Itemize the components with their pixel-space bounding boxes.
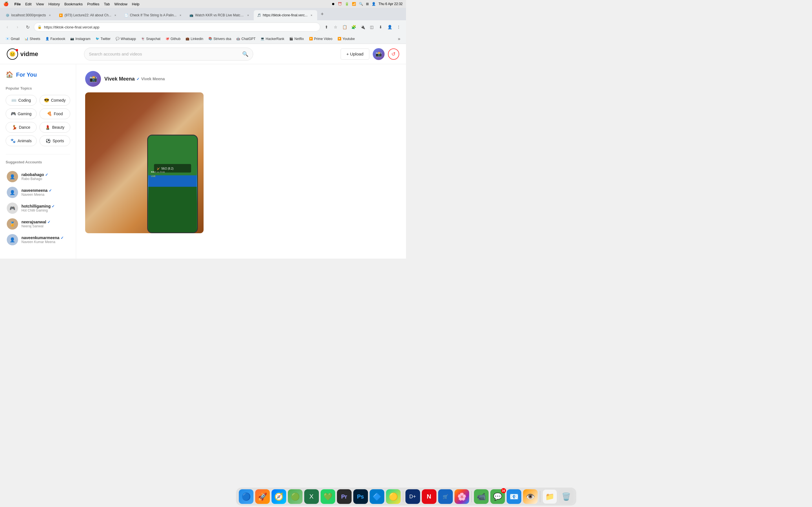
svg-text:🏏 56/2 (8.2): 🏏 56/2 (8.2) [157, 167, 173, 170]
bookmark-label-youtube: Youtube [343, 37, 355, 41]
tab-close-1[interactable]: × [48, 13, 52, 17]
menubar-icon-search[interactable]: 🔍 [359, 2, 363, 6]
bookmarks-bar: 📧 Gmail 📊 Sheets 👤 Facebook 📷 Instagram … [0, 34, 406, 44]
bookmark-favicon-whatsapp: 💬 [116, 37, 119, 41]
bookmark-strivers[interactable]: 📚 Strivers dsa [206, 36, 234, 42]
bookmark-snapchat[interactable]: 👻 Snapchat [139, 36, 163, 42]
account-item-naveenmeena[interactable]: 👤 naveenmeena ✓ Naveen Meena [6, 184, 70, 200]
extension-icon[interactable]: 🧩 [350, 23, 357, 31]
address-bar[interactable]: 🔒 https://tiktok-clone-final.vercel.app [34, 22, 320, 32]
topic-chip-coding[interactable]: ⌨️ Coding [6, 95, 37, 106]
browser-tab-3[interactable]: 📄 Check If The String Is A Palin... × [121, 10, 186, 20]
bookmark-button[interactable]: ☆ [332, 23, 340, 31]
sidebar-toggle-button[interactable]: ◫ [368, 23, 375, 31]
new-tab-button[interactable]: + [318, 10, 326, 18]
menubar-icon-user[interactable]: 👤 [371, 2, 376, 6]
menu-file[interactable]: Edit [25, 2, 31, 6]
tab-bar: ⚙️ localhost:3000/projects × ▶️ (973) Le… [0, 8, 406, 20]
menu-profiles[interactable]: Tab [104, 2, 110, 6]
topic-chip-food[interactable]: 🍕 Food [40, 108, 70, 119]
refresh-button[interactable]: ↺ [388, 48, 399, 60]
bookmark-favicon-sheets: 📊 [24, 37, 29, 41]
post-author-name: Vivek Meena ✓ Vivek Meena [104, 76, 165, 82]
extensions-manage-button[interactable]: 🔌 [359, 23, 366, 31]
apple-menu[interactable]: 🍎 [3, 1, 9, 6]
back-button[interactable]: ‹ [3, 23, 11, 31]
menu-history[interactable]: Bookmarks [64, 2, 83, 6]
bookmark-whatsapp[interactable]: 💬 Whatsapp [113, 36, 138, 42]
bookmark-hackerrank[interactable]: 💻 HackerRank [258, 36, 287, 42]
download-button[interactable]: ⬇ [377, 23, 385, 31]
bookmark-prime[interactable]: ▶️ Prime Video [307, 36, 335, 42]
bookmark-favicon-github: 🐙 [165, 37, 169, 41]
search-input[interactable] [89, 52, 240, 56]
coding-icon: ⌨️ [11, 98, 17, 103]
post-author-handle: Vivek Meena [141, 76, 165, 81]
header-right: + Upload 📸 ↺ [341, 48, 399, 60]
tab-close-2[interactable]: × [113, 13, 117, 17]
verified-icon-4: ✓ [47, 220, 50, 224]
tab-close-4[interactable]: × [246, 13, 250, 17]
tab-favicon-5: 🎵 [257, 13, 261, 17]
bookmark-github[interactable]: 🐙 Github [163, 36, 183, 42]
browser-tab-5-active[interactable]: 🎵 https://tiktok-clone-final.verc... × [254, 10, 317, 20]
bookmark-label-strivers: Strivers dsa [213, 37, 231, 41]
menu-window[interactable]: Help [132, 2, 140, 6]
menu-edit[interactable]: View [36, 2, 44, 6]
video-thumbnail[interactable]: KKR vs RCB LIVE 🏏 56/2 (8.2) [85, 93, 204, 233]
topic-chip-gaming[interactable]: 🎮 Gaming [6, 108, 37, 119]
for-you-nav-item[interactable]: 🏠 For You [6, 71, 70, 78]
menu-tab[interactable]: Window [114, 2, 128, 6]
url-display: https://tiktok-clone-final.vercel.app [44, 25, 317, 29]
tab-favicon-1: ⚙️ [6, 13, 10, 17]
bookmark-gmail[interactable]: 📧 Gmail [3, 36, 22, 42]
app-header: 😐 vidme 🔍 + Upload 📸 ↺ [0, 44, 406, 64]
user-avatar[interactable]: 📸 [373, 48, 385, 60]
bookmark-label-snapchat: Snapchat [146, 37, 160, 41]
topic-chip-comedy[interactable]: 😎 Comedy [40, 95, 70, 106]
browser-tab-2[interactable]: ▶️ (973) Lecture22: All about Ch... × [56, 10, 121, 20]
chrome-menu-button[interactable]: ⋮ [395, 23, 403, 31]
tab-close-3[interactable]: × [178, 13, 183, 17]
reading-list-button[interactable]: 📋 [341, 23, 349, 31]
bookmark-facebook[interactable]: 👤 Facebook [43, 36, 68, 42]
account-item-rabobahago[interactable]: 👤 rabobahago ✓ Rabo Bahago [6, 169, 70, 184]
bookmark-youtube[interactable]: ▶️ Youtube [335, 36, 357, 42]
verified-icon-5: ✓ [61, 236, 64, 240]
account-item-hotchilligaming[interactable]: 🎮 hotchilligaming ✓ Hot Chilli Gaming [6, 200, 70, 216]
bookmark-sheets[interactable]: 📊 Sheets [22, 36, 42, 42]
search-submit-button[interactable]: 🔍 [242, 51, 248, 57]
forward-button[interactable]: › [13, 23, 21, 31]
tab-close-5[interactable]: × [309, 13, 314, 17]
account-info-hotchilligaming: hotchilligaming ✓ Hot Chilli Gaming [21, 204, 55, 212]
upload-button[interactable]: + Upload [341, 48, 369, 60]
bookmark-instagram[interactable]: 📷 Instagram [68, 36, 93, 42]
account-item-neerajsanwal[interactable]: 🏅 neerajsanwal ✓ Neeraj Sanwal [6, 216, 70, 232]
account-item-naveenkumarmeena[interactable]: 👤 naveenkumarmeena ✓ Naveen Kumar Meena [6, 232, 70, 247]
app-menu-chrome[interactable]: File [14, 2, 20, 6]
reload-button[interactable]: ↻ [24, 23, 32, 31]
browser-tab-4[interactable]: 📺 Watch KKR vs RCB Live Match... × [186, 10, 254, 20]
menu-view[interactable]: History [49, 2, 60, 6]
menubar-icon-controlcenter[interactable]: ⊞ [366, 2, 369, 6]
menu-bookmarks[interactable]: Profiles [87, 2, 99, 6]
share-button[interactable]: ⬆ [322, 23, 331, 31]
bookmark-linkedin[interactable]: 💼 Linkedin [183, 36, 206, 42]
profile-button[interactable]: 👤 [386, 23, 394, 31]
account-info-naveenmeena: naveenmeena ✓ Naveen Meena [21, 188, 52, 196]
bookmark-twitter[interactable]: 🐦 Twitter [93, 36, 113, 42]
topic-chip-dance[interactable]: 💃 Dance [6, 122, 37, 133]
account-info-rabobahago: rabobahago ✓ Rabo Bahago [21, 172, 48, 181]
bookmarks-overflow-button[interactable]: » [396, 35, 403, 43]
topic-chip-animals[interactable]: 🐾 Animals [6, 135, 37, 146]
topic-chip-beauty[interactable]: 💄 Beauty [40, 122, 70, 133]
topic-chip-sports[interactable]: ⚽ Sports [40, 135, 70, 146]
browser-tab-1[interactable]: ⚙️ localhost:3000/projects × [2, 10, 56, 20]
ssl-lock-icon: 🔒 [38, 25, 42, 29]
post-author-avatar[interactable]: 📸 [85, 71, 101, 87]
bookmark-netflix[interactable]: 🎬 Netflix [287, 36, 306, 42]
bookmark-chatgpt[interactable]: 🤖 ChatGPT [234, 36, 258, 42]
tab-title-3: Check If The String Is A Palin... [130, 13, 176, 17]
logo-area[interactable]: 😐 vidme [7, 48, 38, 60]
bookmark-label-instagram: Instagram [75, 37, 90, 41]
